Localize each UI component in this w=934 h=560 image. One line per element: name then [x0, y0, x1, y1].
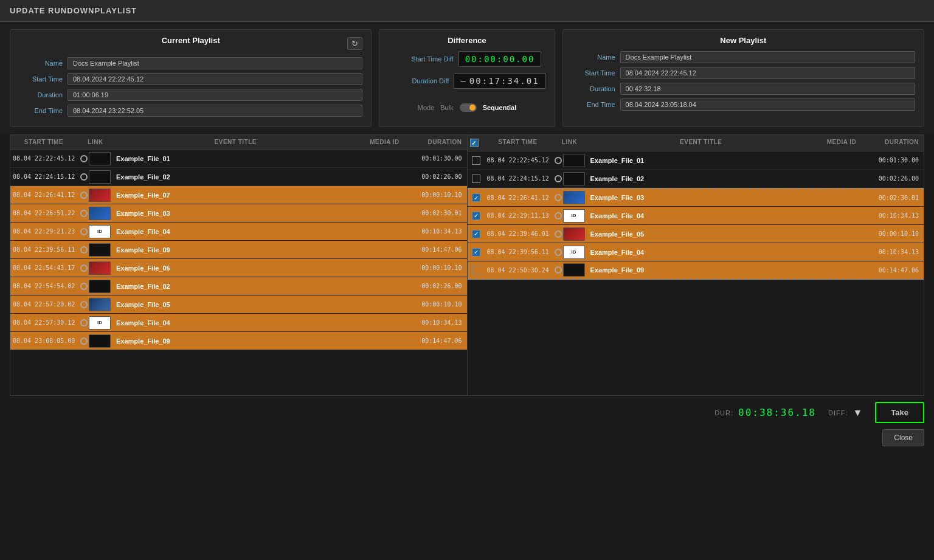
left-table-row[interactable]: 08.04 22:26:51.22Example_File_0300:02:30… — [10, 204, 467, 223]
left-cell-duration: 00:00:10.10 — [412, 301, 467, 308]
left-cell-starttime: 08.04 22:39:56.11 — [10, 246, 77, 253]
diff-icon: ▼ — [853, 407, 863, 418]
current-duration-label: Duration — [19, 91, 63, 99]
right-table-row[interactable]: ✓08.04 22:39:46.01Example_File_0500:00:1… — [468, 225, 924, 243]
new-starttime-row: Start Time 08.04.2024 22:22:45.12 — [572, 67, 915, 79]
left-cell-starttime: 08.04 22:26:51.22 — [10, 210, 77, 216]
new-playlist-panel: New Playlist Name Docs Example Playlist … — [562, 29, 924, 127]
right-cell-duration: 00:10:34.13 — [869, 212, 924, 219]
left-cell-starttime: 08.04 22:57:30.12 — [10, 319, 77, 326]
new-duration-value: 00:42:32.18 — [620, 83, 915, 95]
new-endtime-value: 08.04.2024 23:05:18.04 — [620, 99, 915, 111]
left-cell-title: Example_File_02 — [114, 173, 358, 181]
dur-value: 00:38:36.18 — [738, 407, 816, 418]
right-cell-title: Example_File_04 — [588, 212, 815, 220]
new-playlist-title: New Playlist — [572, 36, 915, 45]
current-starttime-label: Start Time — [19, 75, 63, 83]
dur-display: DUR: 00:38:36.18 — [714, 407, 816, 418]
right-table-row[interactable]: ✓08.04 22:39:56.11IDExample_File_0400:10… — [468, 243, 924, 261]
left-table-body: 08.04 22:22:45.12Example_File_0100:01:30… — [10, 150, 467, 395]
left-table-row[interactable]: 08.04 22:24:15.12Example_File_0200:02:26… — [10, 168, 467, 186]
left-cell-link — [77, 298, 114, 311]
select-all-checkbox[interactable]: ✓ — [470, 139, 479, 147]
left-cell-duration: 00:00:10.10 — [412, 264, 467, 271]
mode-label: Mode — [418, 104, 435, 111]
right-cell-check[interactable] — [468, 175, 485, 183]
right-table-row[interactable]: ✓08.04 22:26:41.12Example_File_0300:02:3… — [468, 188, 924, 207]
left-cell-link — [77, 280, 114, 293]
left-table-row[interactable]: 08.04 22:57:30.12IDExample_File_0400:10:… — [10, 314, 467, 332]
left-col-starttime: START TIME — [10, 139, 77, 145]
title-bar: UPDATE RUNDOWNPLAYLIST — [0, 0, 934, 22]
left-col-link: LINK — [77, 139, 114, 145]
right-cell-check[interactable]: ✓ — [468, 230, 485, 238]
start-time-diff-value: 00:00:00.00 — [458, 51, 542, 67]
right-cell-check[interactable]: ✓ — [468, 248, 485, 257]
mode-toggle[interactable] — [460, 103, 477, 112]
dur-label: DUR: — [714, 409, 733, 417]
left-cell-link: ID — [77, 225, 114, 238]
left-col-title: EVENT TITLE — [114, 139, 358, 145]
title-text: UPDATE RUNDOWNPLAYLIST — [10, 6, 137, 15]
right-cell-check[interactable] — [468, 156, 485, 165]
right-cell-link: ID — [552, 246, 588, 259]
duration-diff-label: Duration Diff — [388, 77, 449, 85]
left-table-row[interactable]: 08.04 22:57:20.02Example_File_0500:00:10… — [10, 296, 467, 314]
bottom-bar: DUR: 00:38:36.18 DIFF: ▼ Take — [0, 396, 934, 426]
new-name-row: Name Docs Example Playlist — [572, 51, 915, 63]
right-cell-check[interactable]: ✓ — [468, 212, 485, 220]
left-table-row[interactable]: 08.04 22:29:21.23IDExample_File_0400:10:… — [10, 223, 467, 241]
right-table: ✓ START TIME LINK EVENT TITLE MEDIA ID D… — [468, 134, 925, 396]
left-cell-duration: 00:02:26.00 — [412, 283, 467, 289]
right-cell-check[interactable]: ✓ — [468, 193, 485, 202]
mode-row: Mode Bulk Sequential — [418, 103, 517, 112]
left-table-row[interactable]: 08.04 22:26:41.12Example_File_0700:00:10… — [10, 186, 467, 204]
right-col-link: LINK — [552, 139, 588, 147]
right-table-row[interactable]: ✓08.04 22:29:11.13IDExample_File_0400:10… — [468, 207, 924, 225]
left-table-row[interactable]: 08.04 23:08:05.00Example_File_0900:14:47… — [10, 332, 467, 350]
refresh-button[interactable]: ↻ — [347, 37, 362, 50]
left-cell-title: Example_File_05 — [114, 301, 358, 308]
close-button[interactable]: Close — [882, 429, 924, 446]
right-table-row[interactable]: 08.04 22:22:45.12Example_File_0100:01:30… — [468, 151, 924, 170]
take-button[interactable]: Take — [875, 402, 924, 423]
mode-sequential[interactable]: Sequential — [483, 104, 517, 111]
right-col-title: EVENT TITLE — [588, 139, 815, 147]
right-table-row[interactable]: 08.04 22:50:30.24Example_File_0900:14:47… — [468, 261, 924, 280]
new-name-label: Name — [572, 54, 615, 61]
left-cell-duration: 00:01:30.00 — [412, 155, 467, 162]
left-cell-title: Example_File_04 — [114, 319, 358, 327]
left-cell-starttime: 08.04 22:26:41.12 — [10, 192, 77, 198]
left-cell-duration: 00:00:10.10 — [412, 192, 467, 198]
left-cell-link: ID — [77, 316, 114, 330]
left-cell-starttime: 08.04 22:57:20.02 — [10, 301, 77, 308]
left-table-row[interactable]: 08.04 22:54:54.02Example_File_0200:02:26… — [10, 277, 467, 296]
right-cell-link — [552, 263, 588, 277]
right-cell-duration: 00:01:30.00 — [869, 157, 924, 164]
right-cell-starttime: 08.04 22:22:45.12 — [485, 157, 552, 164]
right-table-row[interactable]: 08.04 22:24:15.12Example_File_0200:02:26… — [468, 170, 924, 188]
right-cell-duration: 00:02:26.00 — [869, 175, 924, 182]
diff-label: DIFF: — [828, 409, 848, 417]
right-cell-title: Example_File_03 — [588, 194, 815, 201]
left-cell-duration: 00:02:30.01 — [412, 210, 467, 216]
right-cell-link — [552, 172, 588, 185]
table-section: START TIME LINK EVENT TITLE MEDIA ID DUR… — [0, 134, 934, 396]
mode-bulk[interactable]: Bulk — [440, 104, 453, 111]
left-cell-link — [77, 243, 114, 257]
left-cell-link — [77, 207, 114, 220]
bottom-actions: Close — [0, 426, 934, 450]
left-table-row[interactable]: 08.04 22:54:43.17Example_File_0500:00:10… — [10, 259, 467, 277]
current-endtime-row: End Time 08.04.2024 23:22:52.05 — [19, 105, 362, 117]
right-cell-title: Example_File_05 — [588, 230, 815, 238]
right-cell-check[interactable] — [468, 266, 485, 274]
new-endtime-row: End Time 08.04.2024 23:05:18.04 — [572, 99, 915, 111]
current-name-label: Name — [19, 60, 63, 67]
left-table-row[interactable]: 08.04 22:39:56.11Example_File_0900:14:47… — [10, 241, 467, 259]
right-cell-starttime: 08.04 22:24:15.12 — [485, 175, 552, 182]
left-cell-link — [77, 152, 114, 165]
left-table-row[interactable]: 08.04 22:22:45.12Example_File_0100:01:30… — [10, 150, 467, 168]
left-cell-starttime: 08.04 22:22:45.12 — [10, 155, 77, 162]
right-cell-starttime: 08.04 22:39:56.11 — [485, 249, 552, 255]
current-endtime-value: 08.04.2024 23:22:52.05 — [67, 105, 362, 117]
